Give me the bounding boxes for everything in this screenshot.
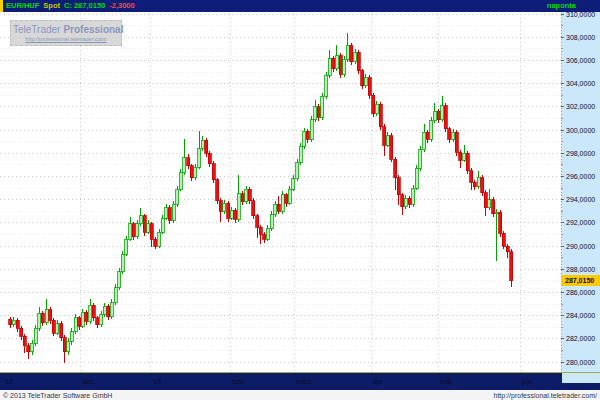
candle[interactable] <box>187 158 190 166</box>
interval-label[interactable]: naponta <box>547 0 576 12</box>
candle[interactable] <box>299 146 302 162</box>
candle[interactable] <box>234 210 237 219</box>
candle[interactable] <box>219 201 222 211</box>
candle[interactable] <box>499 212 502 233</box>
candle[interactable] <box>401 195 404 207</box>
candle[interactable] <box>23 336 26 345</box>
candle[interactable] <box>56 324 59 333</box>
candle[interactable] <box>132 224 135 237</box>
candle[interactable] <box>459 152 462 160</box>
candle[interactable] <box>89 305 92 321</box>
candle[interactable] <box>110 303 113 317</box>
candle[interactable] <box>346 45 349 59</box>
candle[interactable] <box>139 216 142 224</box>
candle[interactable] <box>477 178 480 187</box>
candle[interactable] <box>259 227 262 234</box>
candle[interactable] <box>470 171 473 183</box>
candle[interactable] <box>332 58 335 68</box>
candle[interactable] <box>20 328 23 336</box>
candle[interactable] <box>168 208 171 221</box>
candle[interactable] <box>183 158 186 173</box>
footer-url[interactable]: http://professional.teletrader.com/ <box>494 392 598 399</box>
candle[interactable] <box>437 111 440 119</box>
candle[interactable] <box>85 312 88 321</box>
candle[interactable] <box>506 246 509 252</box>
candle[interactable] <box>208 153 211 163</box>
candle[interactable] <box>16 320 19 328</box>
candle[interactable] <box>277 204 280 211</box>
candle[interactable] <box>252 201 255 216</box>
candle[interactable] <box>379 104 382 126</box>
candle[interactable] <box>212 164 215 180</box>
candle[interactable] <box>198 149 201 168</box>
candle[interactable] <box>125 239 128 254</box>
candle[interactable] <box>415 168 418 188</box>
candle[interactable] <box>34 328 37 343</box>
candle[interactable] <box>245 189 248 202</box>
candle[interactable] <box>473 182 476 187</box>
candle[interactable] <box>190 166 193 178</box>
candle[interactable] <box>241 194 244 202</box>
candle[interactable] <box>314 107 317 120</box>
candle[interactable] <box>448 129 451 139</box>
candle[interactable] <box>45 310 48 323</box>
candle[interactable] <box>63 338 66 352</box>
candle[interactable] <box>466 153 469 170</box>
candle[interactable] <box>281 195 284 211</box>
candle[interactable] <box>103 306 106 314</box>
candle[interactable] <box>274 204 277 214</box>
candle[interactable] <box>136 224 139 237</box>
candlestick-chart[interactable]: 310,0000308,0000306,0000304,0000302,0000… <box>0 12 600 390</box>
candle[interactable] <box>303 131 306 146</box>
candle[interactable] <box>354 52 357 61</box>
candle[interactable] <box>205 140 208 153</box>
candle[interactable] <box>408 198 411 204</box>
candle[interactable] <box>394 159 397 178</box>
candle[interactable] <box>118 272 121 288</box>
candle[interactable] <box>9 319 12 325</box>
candle[interactable] <box>306 131 309 139</box>
candle[interactable] <box>361 71 364 86</box>
candle[interactable] <box>325 75 328 96</box>
candle[interactable] <box>481 178 484 193</box>
candle[interactable] <box>430 121 433 140</box>
candle[interactable] <box>266 229 269 239</box>
candle[interactable] <box>150 224 153 239</box>
candle[interactable] <box>227 203 230 218</box>
candle[interactable] <box>270 215 273 229</box>
candle[interactable] <box>52 320 55 333</box>
candle[interactable] <box>292 179 295 189</box>
candle[interactable] <box>488 200 491 208</box>
candle[interactable] <box>350 45 353 61</box>
candle[interactable] <box>328 58 331 75</box>
candle[interactable] <box>70 332 73 341</box>
candle[interactable] <box>343 59 346 74</box>
candle[interactable] <box>154 239 157 246</box>
candle[interactable] <box>114 288 117 303</box>
candle[interactable] <box>92 305 95 318</box>
candle[interactable] <box>41 313 44 322</box>
candle[interactable] <box>444 106 447 129</box>
candle[interactable] <box>158 232 161 246</box>
candle[interactable] <box>78 318 81 326</box>
candle[interactable] <box>455 132 458 152</box>
candle[interactable] <box>96 318 99 325</box>
candle[interactable] <box>372 95 375 114</box>
candle[interactable] <box>49 310 52 320</box>
candle[interactable] <box>230 210 233 218</box>
symbol-label[interactable]: EUR/HUF <box>6 0 39 12</box>
candle[interactable] <box>223 203 226 211</box>
candle[interactable] <box>463 153 466 160</box>
candle[interactable] <box>38 313 41 328</box>
candle[interactable] <box>321 96 324 117</box>
candle[interactable] <box>67 341 70 351</box>
candle[interactable] <box>510 252 513 281</box>
candle[interactable] <box>368 78 371 95</box>
candle[interactable] <box>383 127 386 146</box>
candle[interactable] <box>397 178 400 195</box>
candle[interactable] <box>364 78 367 86</box>
candle[interactable] <box>452 132 455 139</box>
candle[interactable] <box>172 204 175 220</box>
candle[interactable] <box>386 136 389 145</box>
candle[interactable] <box>27 346 30 352</box>
